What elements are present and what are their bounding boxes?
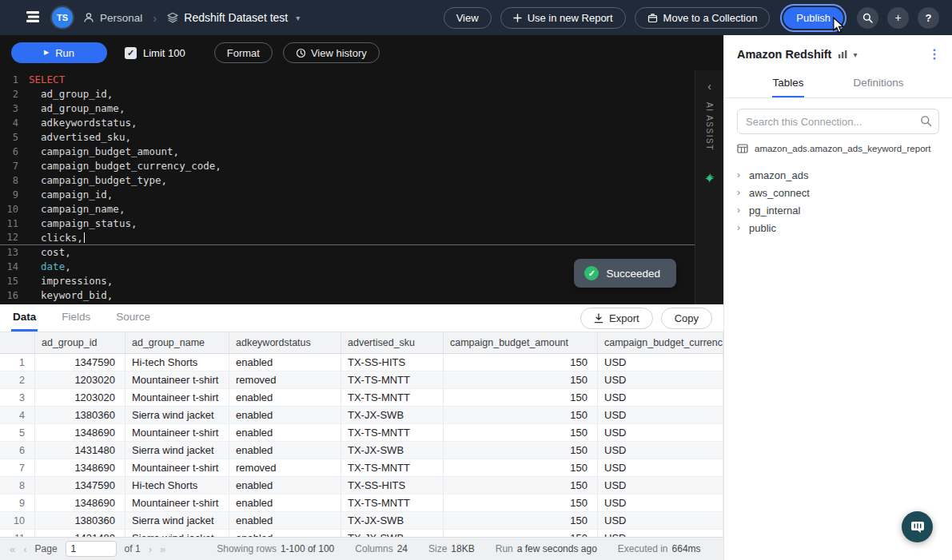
copy-button[interactable]: Copy: [661, 308, 712, 329]
next-page-button[interactable]: ›: [149, 543, 152, 555]
table-cell[interactable]: Sierra wind jacket: [125, 512, 229, 530]
table-cell[interactable]: 150: [444, 354, 598, 371]
table-cell[interactable]: 150: [444, 424, 598, 442]
table-cell[interactable]: 1347590: [35, 477, 125, 494]
ai-sparkle-icon[interactable]: ✦: [704, 172, 715, 186]
table-cell[interactable]: removed: [229, 459, 341, 477]
code-line[interactable]: 13 cost,: [0, 245, 695, 260]
table-cell[interactable]: TX-SS-HITS: [341, 354, 444, 371]
code-line[interactable]: 7 campaign_budget_currency_code,: [0, 159, 695, 173]
table-cell[interactable]: USD: [598, 354, 723, 371]
table-cell[interactable]: TX-TS-MNTT: [341, 371, 444, 389]
table-row[interactable]: 71348690Mountaineer t-shirtremovedTX-TS-…: [0, 459, 723, 477]
ai-assist-panel[interactable]: ‹ AI ASSIST ✦: [695, 70, 723, 304]
table-cell[interactable]: Sierra wind jacket: [125, 407, 229, 424]
tab-definitions[interactable]: Definitions: [852, 69, 906, 97]
limit-checkbox-group[interactable]: ✓ Limit 100: [125, 47, 185, 59]
code-line[interactable]: 4 adkeywordstatus,: [0, 116, 695, 130]
column-header[interactable]: adkeywordstatus: [229, 332, 341, 353]
table-cell[interactable]: Mountaineer t-shirt: [125, 459, 229, 477]
table-cell[interactable]: USD: [598, 407, 723, 424]
column-header[interactable]: ad_group_name: [125, 332, 229, 353]
tab-source[interactable]: Source: [114, 304, 152, 332]
use-in-new-report-button[interactable]: Use in new Report: [500, 7, 626, 29]
table-row[interactable]: 61431480Sierra wind jacketenabledTX-JX-S…: [0, 442, 723, 459]
connection-type-selector[interactable]: ▾: [838, 50, 857, 59]
page-input[interactable]: [66, 541, 117, 557]
column-header[interactable]: advertised_sku: [341, 332, 444, 353]
run-button[interactable]: ▶ Run: [11, 42, 107, 63]
code-editor[interactable]: 1SELECT2 ad_group_id,3 ad_group_name,4 a…: [0, 70, 723, 304]
table-cell[interactable]: USD: [598, 530, 723, 537]
table-row[interactable]: 111431480Sierra wind jacketenabledTX-JX-…: [0, 530, 723, 537]
breadcrumb-workspace[interactable]: Personal: [83, 12, 142, 24]
table-cell[interactable]: TX-TS-MNTT: [341, 494, 444, 512]
help-button[interactable]: ?: [918, 7, 939, 29]
table-cell[interactable]: USD: [598, 494, 723, 512]
search-button[interactable]: [857, 7, 878, 29]
table-cell[interactable]: enabled: [229, 424, 341, 442]
table-cell[interactable]: Mountaineer t-shirt: [125, 371, 229, 389]
table-cell[interactable]: 150: [444, 442, 598, 459]
code-line[interactable]: 9 campaign_id,: [0, 188, 695, 202]
table-row[interactable]: 81347590Hi-tech ShortsenabledTX-SS-HITS1…: [0, 477, 723, 494]
table-cell[interactable]: enabled: [229, 512, 341, 530]
table-cell[interactable]: TX-TS-MNTT: [341, 424, 444, 442]
table-cell[interactable]: removed: [229, 371, 341, 389]
move-to-collection-button[interactable]: Move to a Collection: [635, 7, 771, 29]
table-cell[interactable]: TX-JX-SWB: [341, 442, 444, 459]
table-row[interactable]: 101380360Sierra wind jacketenabledTX-JX-…: [0, 512, 723, 530]
table-cell[interactable]: Hi-tech Shorts: [125, 354, 229, 371]
last-page-button[interactable]: »: [160, 543, 165, 555]
code-line[interactable]: 8 campaign_budget_type,: [0, 173, 695, 188]
table-cell[interactable]: enabled: [229, 477, 341, 494]
table-cell[interactable]: 1348690: [35, 494, 125, 512]
code-line[interactable]: 3 ad_group_name,: [0, 101, 695, 116]
table-row[interactable]: 51348690Mountaineer t-shirtenabledTX-TS-…: [0, 424, 723, 442]
table-cell[interactable]: TX-TS-MNTT: [341, 459, 444, 477]
view-history-button[interactable]: View history: [283, 42, 380, 63]
column-header[interactable]: campaign_budget_currency_code: [598, 332, 723, 353]
table-cell[interactable]: Hi-tech Shorts: [125, 477, 229, 494]
table-cell[interactable]: 150: [444, 477, 598, 494]
table-cell[interactable]: 150: [444, 371, 598, 389]
table-cell[interactable]: 150: [444, 407, 598, 424]
table-cell[interactable]: TX-JX-SWB: [341, 407, 444, 424]
code-line[interactable]: 1SELECT: [0, 73, 695, 87]
format-button[interactable]: Format: [214, 42, 273, 63]
table-cell[interactable]: 1347590: [35, 354, 125, 371]
table-cell[interactable]: 1348690: [35, 424, 125, 442]
table-cell[interactable]: enabled: [229, 407, 341, 424]
table-cell[interactable]: TX-JX-SWB: [341, 512, 444, 530]
table-cell[interactable]: USD: [598, 459, 723, 477]
pinned-table-item[interactable]: amazon_ads.amazon_ads_keyword_report: [724, 134, 952, 160]
table-cell[interactable]: USD: [598, 442, 723, 459]
app-logo[interactable]: [24, 9, 42, 26]
schema-tree-item[interactable]: ›public: [724, 219, 952, 236]
table-cell[interactable]: enabled: [229, 530, 341, 537]
table-cell[interactable]: Sierra wind jacket: [125, 530, 229, 537]
tab-data[interactable]: Data: [11, 304, 38, 332]
code-line[interactable]: 5 advertised_sku,: [0, 130, 695, 145]
first-page-button[interactable]: «: [10, 543, 15, 555]
table-cell[interactable]: enabled: [229, 442, 341, 459]
table-cell[interactable]: 150: [444, 459, 598, 477]
code-line[interactable]: 2 ad_group_id,: [0, 87, 695, 101]
table-cell[interactable]: 1348690: [35, 459, 125, 477]
code-line[interactable]: 10 campaign_name,: [0, 202, 695, 216]
table-cell[interactable]: USD: [598, 389, 723, 407]
code-line[interactable]: 12 clicks,: [0, 231, 695, 245]
table-row[interactable]: 31203020Mountaineer t-shirtenabledTX-TS-…: [0, 389, 723, 407]
table-cell[interactable]: TX-TS-MNTT: [341, 389, 444, 407]
table-cell[interactable]: USD: [598, 477, 723, 494]
table-cell[interactable]: 150: [444, 530, 598, 537]
table-row[interactable]: 11347590Hi-tech ShortsenabledTX-SS-HITS1…: [0, 354, 723, 371]
table-row[interactable]: 21203020Mountaineer t-shirtremovedTX-TS-…: [0, 371, 723, 389]
table-cell[interactable]: USD: [598, 512, 723, 530]
connection-search-input[interactable]: [737, 109, 939, 134]
publish-button[interactable]: Publish: [783, 7, 843, 29]
export-button[interactable]: Export: [580, 308, 653, 329]
table-cell[interactable]: 150: [444, 494, 598, 512]
table-cell[interactable]: 1431480: [35, 530, 125, 537]
tab-fields[interactable]: Fields: [60, 304, 92, 332]
